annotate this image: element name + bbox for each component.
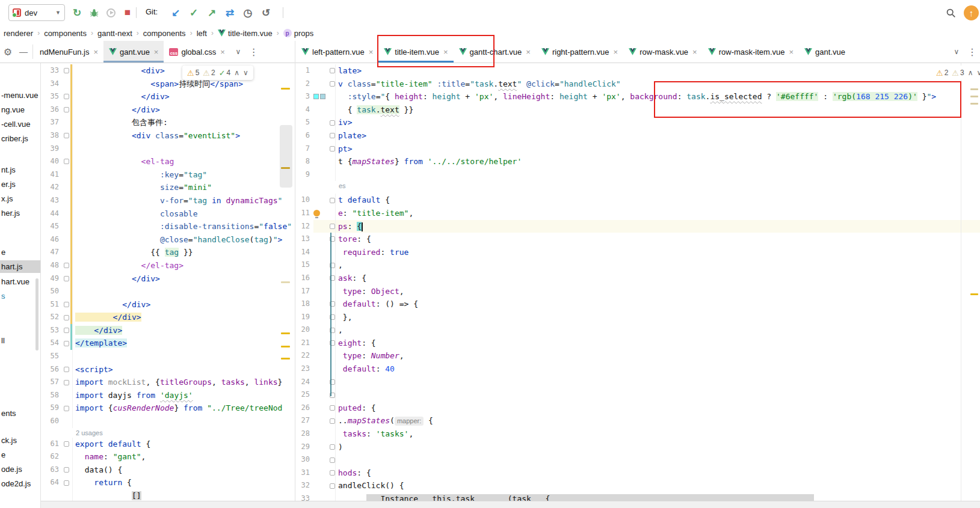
fold-marker-icon[interactable]	[330, 81, 335, 87]
editor-right-title-item-vue[interactable]: 1late>2v class="title-item" :title="task…	[295, 63, 980, 501]
sidebar-item-er.js[interactable]: er.js	[0, 178, 41, 191]
stripe-mark[interactable]	[970, 88, 978, 90]
sidebar-scrollbar-thumb[interactable]	[35, 278, 39, 350]
stripe-mark[interactable]	[281, 346, 290, 347]
rollback-icon[interactable]: ↺	[259, 5, 273, 20]
fold-marker-icon[interactable]	[330, 68, 335, 73]
fold-marker-icon[interactable]	[64, 367, 69, 372]
fold-marker-icon[interactable]	[64, 68, 69, 73]
fold-marker-icon[interactable]	[330, 224, 335, 229]
color-swatch[interactable]	[320, 94, 325, 99]
fold-marker-icon[interactable]	[64, 315, 69, 320]
fold-marker-icon[interactable]	[330, 405, 335, 411]
sidebar-item-e[interactable]: e	[0, 246, 41, 259]
sidebar-item-nt.js[interactable]: nt.js	[0, 164, 41, 176]
breadcrumb-item-components[interactable]: components	[141, 28, 188, 38]
color-swatch[interactable]	[313, 94, 319, 99]
fold-marker-icon[interactable]	[64, 480, 69, 486]
fold-marker-icon[interactable]	[330, 470, 335, 476]
next-warning-icon[interactable]: ∨	[243, 69, 248, 77]
horizontal-scrollbar[interactable]	[41, 501, 980, 508]
fold-marker-icon[interactable]	[330, 133, 335, 138]
fold-marker-icon[interactable]	[330, 418, 335, 424]
sidebar-item-ode.js[interactable]: ode.js	[0, 463, 41, 476]
fold-marker-icon[interactable]	[64, 263, 69, 268]
sidebar-item-ng.vue[interactable]: ng.vue	[0, 103, 41, 116]
debug-icon[interactable]	[87, 5, 101, 20]
fold-marker-icon[interactable]	[330, 483, 335, 489]
sidebar-item-ck.js[interactable]: ck.js	[0, 434, 41, 447]
sidebar-item-ll[interactable]: ll	[0, 334, 41, 347]
history-icon[interactable]: ◷	[241, 5, 255, 20]
close-icon[interactable]: ×	[692, 47, 697, 57]
fold-marker-icon[interactable]	[64, 94, 69, 99]
rerun-icon[interactable]: ↻	[70, 5, 84, 20]
fold-marker-icon[interactable]	[64, 467, 69, 473]
scrollbar-thumb[interactable]	[280, 125, 292, 188]
search-icon[interactable]	[943, 5, 958, 20]
intention-bulb-icon[interactable]	[313, 210, 320, 216]
fold-marker-icon[interactable]	[64, 341, 69, 346]
sidebar-item-criber.js[interactable]: criber.js	[0, 132, 41, 145]
close-icon[interactable]: ×	[526, 47, 531, 57]
next-warning-icon[interactable]: ∨	[976, 69, 980, 77]
breadcrumb-item-props[interactable]: pprops	[282, 28, 316, 38]
sidebar-item--menu.vue[interactable]: -menu.vue	[0, 89, 41, 102]
sidebar-item-e[interactable]: e	[0, 448, 41, 461]
inspections-widget-right[interactable]: ⚠2⚠3∧∨	[931, 66, 980, 80]
breadcrumb-item-left[interactable]: left	[195, 28, 209, 38]
sidebar-item-hart.vue[interactable]: hart.vue	[0, 275, 41, 288]
ide-update-icon[interactable]: ↑	[964, 5, 979, 20]
tab-left-pattern.vue[interactable]: left-pattern.vue×	[296, 41, 378, 63]
close-icon[interactable]: ×	[93, 47, 98, 57]
stop-icon[interactable]: ■	[120, 5, 135, 20]
stripe-mark[interactable]	[281, 358, 290, 360]
tab-row-mask.vue[interactable]: row-mask.vue×	[623, 41, 703, 63]
stripe-mark[interactable]	[970, 103, 978, 105]
close-icon[interactable]: ×	[789, 47, 794, 57]
fold-marker-icon[interactable]	[64, 380, 69, 385]
fold-marker-icon[interactable]	[64, 107, 69, 112]
tab-ndMenuFun.js[interactable]: ndMenuFun.js×	[34, 41, 103, 63]
profiler-icon[interactable]	[103, 5, 118, 20]
update-project-icon[interactable]: ↙	[168, 5, 183, 20]
stripe-mark[interactable]	[281, 88, 290, 90]
sidebar-item-s[interactable]: s	[0, 290, 41, 302]
tab-gant.vue[interactable]: gant.vue×	[103, 41, 164, 63]
fold-marker-icon[interactable]	[330, 146, 335, 151]
chevron-down-icon[interactable]: ∨	[230, 41, 246, 63]
stripe-mark[interactable]	[970, 96, 978, 97]
fold-marker-icon[interactable]	[64, 276, 69, 281]
fold-marker-icon[interactable]	[330, 444, 335, 450]
stripe-mark[interactable]	[970, 293, 978, 295]
tab-global.css[interactable]: cssglobal.css×	[164, 41, 230, 63]
fold-marker-icon[interactable]	[64, 133, 69, 138]
tab-row-mask-item.vue[interactable]: row-mask-item.vue×	[703, 41, 799, 63]
kebab-menu-icon[interactable]: ⋮	[964, 41, 980, 63]
push-icon[interactable]: ↗	[205, 5, 219, 20]
gear-icon[interactable]: ⚙	[0, 41, 16, 63]
kebab-menu-icon[interactable]: ⋮	[246, 41, 262, 63]
fold-marker-icon[interactable]	[330, 198, 335, 203]
breadcrumb-item-components[interactable]: components	[42, 28, 88, 38]
fold-marker-icon[interactable]	[64, 328, 69, 333]
close-icon[interactable]: ×	[614, 47, 618, 57]
prev-warning-icon[interactable]: ∧	[968, 69, 973, 77]
close-icon[interactable]: ×	[154, 47, 159, 57]
fold-marker-icon[interactable]	[64, 441, 69, 447]
prev-warning-icon[interactable]: ∧	[234, 69, 239, 77]
sidebar-item-her.js[interactable]: her.js	[0, 207, 41, 219]
sidebar-item--cell.vue[interactable]: -cell.vue	[0, 118, 41, 130]
hide-panel-icon[interactable]: —	[16, 41, 31, 63]
stripe-mark[interactable]	[281, 167, 290, 169]
commit-icon[interactable]: ✓	[186, 5, 201, 20]
editor-left-gant-vue[interactable]: 33 <div>34 <span>持续时间</span>35 </div>36 …	[41, 63, 295, 501]
close-icon[interactable]: ×	[369, 47, 374, 57]
tab-right-pattern.vue[interactable]: right-pattern.vue×	[536, 41, 623, 63]
fold-marker-icon[interactable]	[330, 120, 335, 126]
merge-icon[interactable]: ⇄	[223, 5, 237, 20]
sidebar-item-ents[interactable]: ents	[0, 407, 41, 420]
stripe-mark[interactable]	[281, 332, 290, 334]
fold-marker-icon[interactable]	[64, 159, 69, 164]
sidebar-item-hart.js[interactable]: hart.js	[0, 260, 41, 273]
